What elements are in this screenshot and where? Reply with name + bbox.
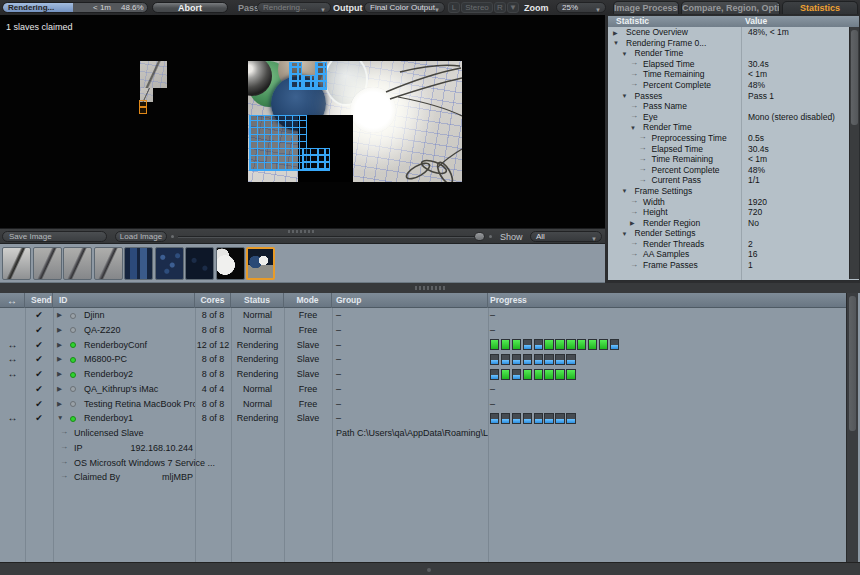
zoom-dropdown[interactable]: 25%▼ [556,2,606,13]
statistics-row[interactable]: →Width1920 [608,197,849,208]
history-slider-track[interactable] [178,236,476,238]
load-image-button[interactable]: Load Image [115,231,167,242]
slave-name: M6800-PC [84,352,127,367]
output-dropdown[interactable]: Final Color Output▼ [364,2,445,13]
row-collapsed-icon[interactable]: ▶ [57,308,62,323]
tree-expanded-icon[interactable]: ▼ [622,186,628,197]
statistics-row[interactable]: →Pass Name [608,101,849,112]
statistics-scrollbar[interactable] [849,27,859,279]
splitter-grip[interactable] [415,286,445,290]
scrollbar-thumb[interactable] [851,30,858,125]
statistics-row[interactable]: ▼PassesPass 1 [608,91,849,102]
slave-row[interactable]: ✔▶Djinn8 of 8NormalFree–– [0,308,846,323]
statistics-row[interactable]: →AA Samples16 [608,249,849,260]
slave-row[interactable]: ✔▶QA_Kithrup's iMac4 of 4NormalFree–– [0,382,846,397]
thumb-blue-speckle[interactable] [155,247,184,280]
slave-row[interactable]: ↔✔▶RenderboyConf12 of 12RenderingSlave– [0,338,846,353]
statistics-row[interactable]: ▼Render Time [608,122,849,133]
cores-column-header[interactable]: Cores [195,293,231,308]
tab-statistics[interactable]: Statistics [782,1,858,14]
tab-compare-region-options[interactable]: Compare, Region, Options [681,1,780,14]
row-expanded-icon[interactable]: ▼ [57,411,63,426]
mode-column-header[interactable]: Mode [284,293,332,308]
send-checkbox[interactable]: ✔ [25,382,53,397]
slave-row[interactable]: ✔▶Testing Retina MacBook Pro8 of 8Normal… [0,397,846,412]
slave-row[interactable]: ✔▶QA-Z2208 of 8NormalFree–– [0,323,846,338]
tree-leaf-icon: → [60,469,68,484]
thumb-needle-3[interactable] [63,247,92,280]
thumb-dark-navy[interactable] [185,247,214,280]
thumb-needle-4[interactable] [94,247,123,280]
group-column-header[interactable]: Group [332,293,488,308]
render-preview-canvas[interactable]: 1 slaves claimed [0,15,605,228]
statistics-row[interactable]: →Elapsed Time30.4s [608,144,849,155]
tree-collapsed-icon[interactable]: ▶ [613,28,618,39]
statistics-row[interactable]: ▼Render Settings [608,228,849,239]
thumb-needle-2[interactable] [33,247,62,280]
horizontal-scrollbar[interactable] [0,562,860,575]
tab-image-processing[interactable]: Image Processing [613,1,679,14]
row-collapsed-icon[interactable]: ▶ [57,323,62,338]
send-checkbox[interactable]: ✔ [25,411,53,426]
statistics-row[interactable]: →Elapsed Time30.4s [608,59,849,70]
tree-expanded-icon[interactable]: ▼ [613,38,619,49]
row-collapsed-icon[interactable]: ▶ [57,382,62,397]
statistics-row[interactable]: →EyeMono (stereo disabled) [608,112,849,123]
statistics-row[interactable]: ▼Frame Settings [608,186,849,197]
row-collapsed-icon[interactable]: ▶ [57,352,62,367]
slave-row[interactable]: ↔✔▼Renderboy18 of 8RenderingSlave– [0,411,846,426]
stereo-dropdown[interactable]: ▼ [507,2,519,13]
send-column-header[interactable]: Send [25,293,53,308]
pass-dropdown[interactable]: Rendering...▼ [257,2,331,13]
save-image-button[interactable]: Save Image [2,231,107,242]
tree-expanded-icon[interactable]: ▼ [622,229,628,240]
thumb-bw-split[interactable] [216,247,245,280]
statistics-row[interactable]: →Current Pass1/1 [608,175,849,186]
send-checkbox[interactable]: ✔ [25,397,53,412]
scrollbar-thumb[interactable] [849,296,856,431]
tree-expanded-icon[interactable]: ▼ [622,49,628,60]
statistics-row[interactable]: ▼Render Time [608,48,849,59]
statistics-row[interactable]: ▼Rendering Frame 0... [608,38,849,49]
send-checkbox[interactable]: ✔ [25,352,53,367]
statistics-row[interactable]: ▶Scene Overview48%, < 1m [608,27,849,38]
id-column-header[interactable]: ID [53,293,195,308]
pane-splitter[interactable] [0,283,860,293]
stereo-button[interactable]: Stereo [461,2,493,13]
abort-button[interactable]: Abort [152,2,228,13]
statistics-row[interactable]: →Frame Passes1 [608,260,849,271]
slave-row[interactable]: ↔✔▶M6800-PC8 of 8RenderingSlave– [0,352,846,367]
status-column-header[interactable]: Status [231,293,284,308]
statistics-row[interactable]: →Percent Complete48% [608,165,849,176]
tree-expanded-icon[interactable]: ▼ [622,91,628,102]
statistics-row[interactable]: →Height720 [608,207,849,218]
resize-grip[interactable] [288,230,314,233]
thumb-current-render[interactable] [246,247,275,280]
slave-table-scrollbar[interactable] [846,293,858,562]
statistics-row[interactable]: ▶Render RegionNo [608,218,849,229]
tree-expanded-icon[interactable]: ▼ [630,123,636,134]
thumb-blue-blocks[interactable] [124,247,153,280]
statistics-row[interactable]: →Render Threads2 [608,239,849,250]
history-slider-handle[interactable] [474,232,485,241]
row-collapsed-icon[interactable]: ▶ [57,397,62,412]
status-cell: Rendering [231,411,284,426]
scrollbar-grip[interactable] [427,568,431,572]
statistics-row[interactable]: →Time Remaining< 1m [608,154,849,165]
thumb-needle-1[interactable] [2,247,31,280]
stereo-right-button[interactable]: R [494,2,506,13]
tree-collapsed-icon[interactable]: ▶ [630,218,635,229]
statistics-row[interactable]: →Percent Complete48% [608,80,849,91]
statistics-row[interactable]: →Preprocessing Time0.5s [608,133,849,144]
stereo-left-button[interactable]: L [448,2,460,13]
row-collapsed-icon[interactable]: ▶ [57,338,62,353]
progress-column-header[interactable]: Progress [488,293,845,308]
show-dropdown[interactable]: All▼ [530,231,602,242]
send-checkbox[interactable]: ✔ [25,308,53,323]
send-checkbox[interactable]: ✔ [25,367,53,382]
send-checkbox[interactable]: ✔ [25,323,53,338]
row-collapsed-icon[interactable]: ▶ [57,367,62,382]
slave-row[interactable]: ↔✔▶Renderboy28 of 8RenderingSlave– [0,367,846,382]
send-checkbox[interactable]: ✔ [25,338,53,353]
statistics-row[interactable]: →Time Remaining< 1m [608,69,849,80]
